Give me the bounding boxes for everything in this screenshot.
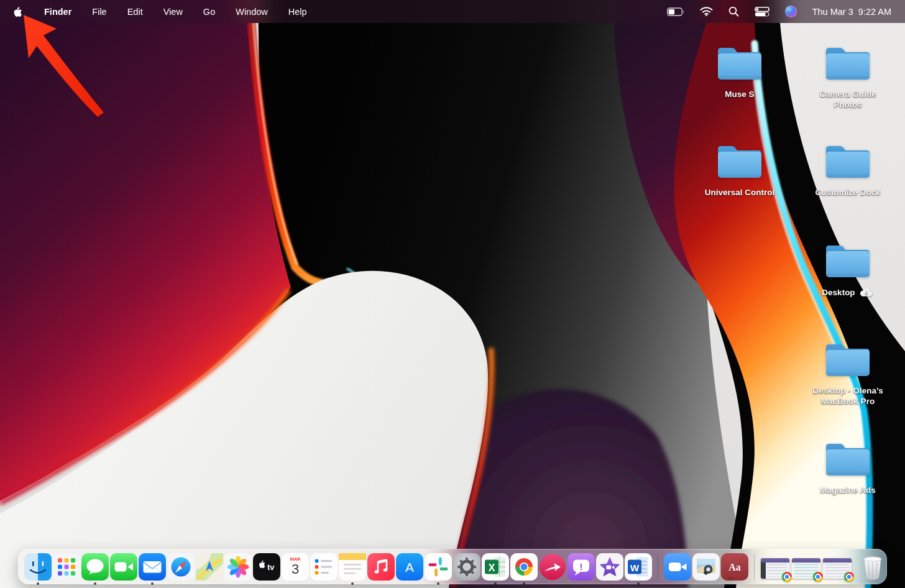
dock-finder[interactable]	[24, 553, 52, 581]
dock-notes[interactable]	[339, 553, 366, 581]
dock-zoom[interactable]	[664, 553, 691, 581]
svg-text:X: X	[489, 563, 495, 573]
menu-item-file[interactable]: File	[92, 7, 106, 17]
menu-item-window[interactable]: Window	[236, 7, 268, 17]
chrome-badge-icon	[813, 572, 823, 582]
dock-safari[interactable]	[167, 553, 195, 581]
appletv-glyph: tv	[267, 562, 275, 571]
chrome-badge-icon	[844, 572, 854, 582]
dock-chat-app[interactable]: !	[567, 553, 595, 581]
dock-skitch[interactable]	[539, 553, 566, 581]
dock-messages[interactable]	[81, 553, 109, 581]
menu-item-finder[interactable]: Finder	[44, 7, 71, 17]
running-indicator	[151, 582, 154, 585]
menu-item-edit[interactable]: Edit	[127, 7, 143, 17]
svg-text:!: !	[580, 561, 583, 571]
menu-item-view[interactable]: View	[163, 7, 183, 17]
desktop-folder-desktop-olenas-macbook-pro[interactable]: Desktop - Olena’s MacBook Pro	[795, 340, 901, 407]
running-indicator	[523, 582, 525, 585]
window-titlebar	[792, 558, 820, 563]
folder-icon	[714, 142, 766, 181]
menu-item-help[interactable]: Help	[288, 7, 307, 17]
menu-bar-clock[interactable]: Thu Mar 3 9:22 AM	[812, 7, 891, 17]
svg-text:Aa: Aa	[728, 562, 741, 572]
chrome-badge-icon	[782, 572, 792, 582]
dock-imovie[interactable]	[596, 553, 623, 581]
dock-divider	[658, 554, 658, 580]
dock: tv MAR 3	[18, 549, 887, 584]
dock-calendar[interactable]: MAR 3	[282, 553, 309, 581]
desktop-folder-desktop[interactable]: Desktop	[795, 241, 901, 298]
folder-icon	[714, 44, 766, 83]
dock-maps[interactable]	[196, 553, 223, 581]
dock-launchpad[interactable]	[53, 553, 80, 581]
running-indicator	[37, 582, 39, 585]
running-indicator	[637, 582, 640, 585]
dock-dictionary[interactable]: Aa	[721, 553, 748, 581]
dock-apple-tv[interactable]: tv	[253, 553, 280, 581]
wifi-icon[interactable]	[700, 7, 713, 16]
folder-icon	[822, 142, 874, 181]
menu-bar: Finder File Edit View Go Window Help	[0, 0, 905, 23]
menu-item-go[interactable]: Go	[203, 7, 215, 17]
folder-label: Desktop - Olena’s MacBook Pro	[795, 385, 901, 407]
desktop-folder-camera-guide-photos[interactable]: Camera Guide Photos	[795, 44, 901, 110]
dock-slack[interactable]	[425, 553, 452, 581]
dock-trash[interactable]	[859, 553, 886, 581]
desktop-folder-customize-dock[interactable]: Customize Dock	[795, 142, 901, 198]
desktop-folder-muse-s[interactable]: Muse S	[687, 44, 792, 99]
macos-desktop: Finder File Edit View Go Window Help	[0, 0, 905, 588]
dock-music[interactable]	[367, 553, 395, 581]
folder-icon	[822, 439, 874, 479]
dock-system-preferences[interactable]	[453, 553, 480, 581]
dock-mail[interactable]	[139, 553, 166, 581]
folder-icon	[822, 340, 874, 380]
dock-word[interactable]: W	[625, 553, 652, 581]
desktop-folder-magazine-ads[interactable]: Magazine Ads	[795, 439, 901, 495]
dock-minimized-window-3[interactable]	[823, 558, 852, 579]
control-center-icon[interactable]	[755, 7, 769, 17]
dock-photos[interactable]	[224, 553, 252, 581]
folder-icon	[822, 44, 874, 83]
dock-chrome[interactable]	[510, 553, 538, 581]
svg-text:W: W	[630, 562, 640, 572]
svg-text:3: 3	[292, 561, 299, 577]
dock-minimized-window-1[interactable]	[761, 558, 789, 579]
svg-text:A: A	[405, 559, 414, 574]
dock-app-store[interactable]: A	[396, 553, 423, 581]
dock-facetime[interactable]	[110, 553, 137, 581]
apple-menu-logo[interactable]	[12, 5, 24, 19]
running-indicator	[351, 582, 354, 585]
folder-label: Customize Dock	[815, 187, 880, 198]
icloud-download-icon	[858, 287, 874, 298]
folder-label: Muse S	[725, 89, 754, 99]
folder-label: Camera Guide Photos	[811, 89, 885, 110]
dock-excel[interactable]: X	[482, 553, 509, 581]
running-indicator	[94, 582, 96, 585]
dock-preview[interactable]	[692, 553, 720, 581]
desktop-folder-universal-control[interactable]: Universal Control	[687, 142, 792, 198]
battery-icon[interactable]	[667, 7, 684, 16]
running-indicator	[437, 582, 439, 585]
folder-label: Universal Control	[705, 187, 775, 198]
folder-icon	[822, 241, 874, 281]
dock-minimized-window-2[interactable]	[792, 558, 820, 579]
spotlight-search-icon[interactable]	[728, 6, 739, 17]
dock-reminders[interactable]	[310, 553, 338, 581]
folder-label: Magazine Ads	[820, 485, 876, 495]
siri-icon[interactable]	[785, 6, 797, 17]
dock-divider	[754, 554, 755, 580]
window-titlebar	[761, 558, 789, 563]
window-titlebar	[823, 558, 852, 563]
folder-label: Desktop	[822, 287, 855, 298]
running-indicator	[494, 582, 497, 585]
